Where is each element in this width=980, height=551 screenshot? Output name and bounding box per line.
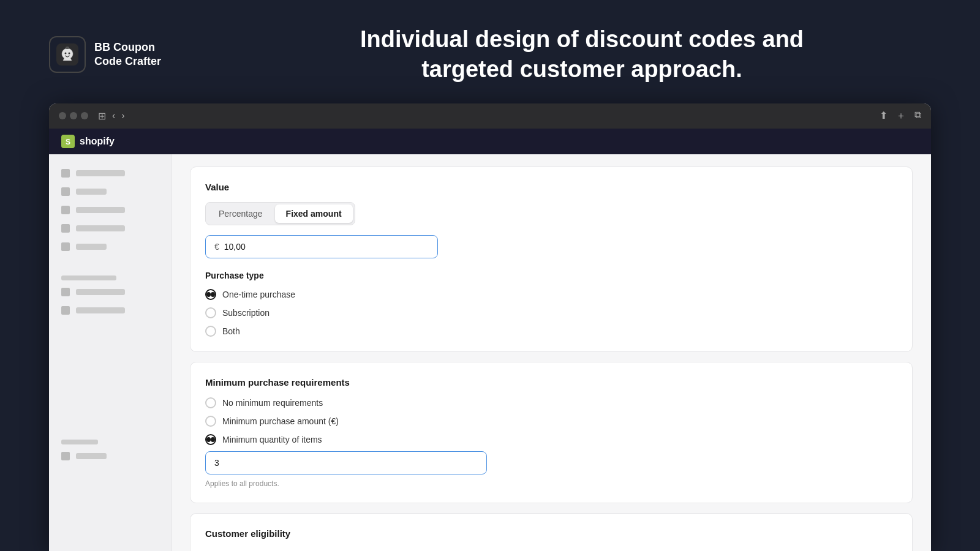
- customer-eligibility-title: Customer eligibility: [205, 528, 897, 539]
- sidebar-text-2: [76, 189, 107, 195]
- shopify-logo: S shopify: [61, 135, 115, 148]
- forward-button[interactable]: ›: [121, 110, 124, 121]
- quantity-input[interactable]: [205, 451, 487, 474]
- minimum-radio-group: No minimum requirements Minimum purchase…: [205, 397, 897, 445]
- sidebar-bottom-icon: [61, 452, 70, 460]
- browser-chrome: ⊞ ‹ › ⬆ ＋ ⧉: [49, 103, 931, 129]
- radio-one-time-label: One-time purchase: [222, 290, 295, 299]
- window-layout-icon[interactable]: ⊞: [98, 110, 106, 122]
- sidebar-icon-4: [61, 224, 70, 233]
- radio-min-quantity[interactable]: Minimum quantity of items: [205, 434, 897, 445]
- sidebar-item-2[interactable]: [49, 182, 171, 201]
- shopify-nav: S shopify: [49, 129, 931, 154]
- svg-point-2: [69, 53, 70, 54]
- logo-area: BB Coupon Code Crafter: [49, 36, 196, 73]
- sidebar-text-4: [76, 225, 125, 231]
- svg-text:S: S: [66, 138, 70, 146]
- sidebar-sub-text-2: [76, 307, 125, 313]
- value-input[interactable]: [224, 242, 429, 252]
- svg-point-3: [66, 47, 69, 49]
- customer-eligibility-card: Customer eligibility: [190, 513, 913, 551]
- sidebar-item-5[interactable]: [49, 238, 171, 256]
- radio-min-purchase-label: Minimum purchase amount (€): [222, 416, 339, 426]
- copy-icon[interactable]: ⧉: [914, 110, 921, 122]
- sidebar-section-bar-1: [61, 276, 116, 280]
- value-input-group: €: [205, 235, 438, 258]
- browser-dots: [59, 112, 88, 119]
- applies-text: Applies to all products.: [205, 479, 897, 488]
- header: BB Coupon Code Crafter Individual design…: [0, 0, 980, 103]
- sidebar-sub-text-1: [76, 289, 125, 295]
- app-logo-icon: [49, 36, 86, 73]
- sidebar-item-4[interactable]: [49, 219, 171, 238]
- radio-no-minimum-circle: [205, 397, 216, 408]
- radio-one-time[interactable]: One-time purchase: [205, 289, 897, 300]
- currency-prefix: €: [214, 242, 219, 252]
- radio-subscription-circle: [205, 307, 216, 318]
- sidebar-bottom-text: [76, 453, 107, 459]
- sidebar-sub-item-2[interactable]: [49, 301, 171, 320]
- radio-min-purchase-circle: [205, 416, 216, 427]
- browser-controls: ⊞ ‹ ›: [98, 110, 125, 122]
- main-layout: Value Percentage Fixed amount € Purchase…: [49, 154, 931, 551]
- radio-min-purchase[interactable]: Minimum purchase amount (€): [205, 416, 897, 427]
- fixed-amount-button[interactable]: Fixed amount: [275, 204, 353, 223]
- app-name: BB Coupon Code Crafter: [94, 40, 161, 69]
- sidebar-section-2: [49, 430, 171, 447]
- sidebar-section-bar-2: [61, 440, 98, 444]
- minimum-card-title: Minimum purchase requirements: [205, 377, 897, 388]
- sidebar-text-5: [76, 244, 107, 250]
- radio-no-minimum-label: No minimum requirements: [222, 398, 323, 408]
- headline: Individual design of discount codes and …: [233, 24, 931, 85]
- browser-window: ⊞ ‹ › ⬆ ＋ ⧉ S shopify: [49, 103, 931, 551]
- value-card-title: Value: [205, 182, 897, 192]
- percentage-button[interactable]: Percentage: [208, 204, 274, 223]
- sidebar-icon-5: [61, 242, 70, 251]
- sidebar-sub-icon-1: [61, 288, 70, 296]
- browser-actions: ⬆ ＋ ⧉: [880, 110, 921, 122]
- dot-red: [59, 112, 66, 119]
- radio-subscription[interactable]: Subscription: [205, 307, 897, 318]
- minimum-card: Minimum purchase requirements No minimum…: [190, 362, 913, 503]
- purchase-type-label: Purchase type: [205, 271, 897, 280]
- dot-yellow: [70, 112, 77, 119]
- sidebar-icon-2: [61, 187, 70, 196]
- sidebar-item-3[interactable]: [49, 201, 171, 219]
- sidebar-text-3: [76, 207, 125, 213]
- purchase-type-radio-group: One-time purchase Subscription Both: [205, 289, 897, 337]
- sidebar-bottom-item[interactable]: [49, 447, 171, 465]
- radio-both[interactable]: Both: [205, 326, 897, 337]
- value-card: Value Percentage Fixed amount € Purchase…: [190, 167, 913, 352]
- new-tab-icon[interactable]: ＋: [896, 110, 906, 122]
- radio-min-quantity-circle: [205, 434, 216, 445]
- radio-both-circle: [205, 326, 216, 337]
- sidebar-text-1: [76, 170, 125, 176]
- content-area: Value Percentage Fixed amount € Purchase…: [172, 154, 931, 551]
- toggle-group: Percentage Fixed amount: [205, 202, 355, 225]
- radio-both-label: Both: [222, 326, 240, 336]
- radio-subscription-label: Subscription: [222, 308, 270, 318]
- sidebar-sub-icon-2: [61, 306, 70, 315]
- sidebar-sub-item-1[interactable]: [49, 283, 171, 301]
- sidebar-icon-3: [61, 206, 70, 214]
- radio-one-time-circle: [205, 289, 216, 300]
- share-icon[interactable]: ⬆: [880, 110, 888, 122]
- sidebar-item-1[interactable]: [49, 164, 171, 182]
- back-button[interactable]: ‹: [112, 110, 115, 121]
- sidebar-section-1: [49, 266, 171, 283]
- radio-min-quantity-label: Minimum quantity of items: [222, 435, 322, 444]
- sidebar-icon-1: [61, 169, 70, 178]
- radio-no-minimum[interactable]: No minimum requirements: [205, 397, 897, 408]
- dot-green: [81, 112, 88, 119]
- sidebar: [49, 154, 172, 551]
- svg-point-1: [65, 53, 67, 54]
